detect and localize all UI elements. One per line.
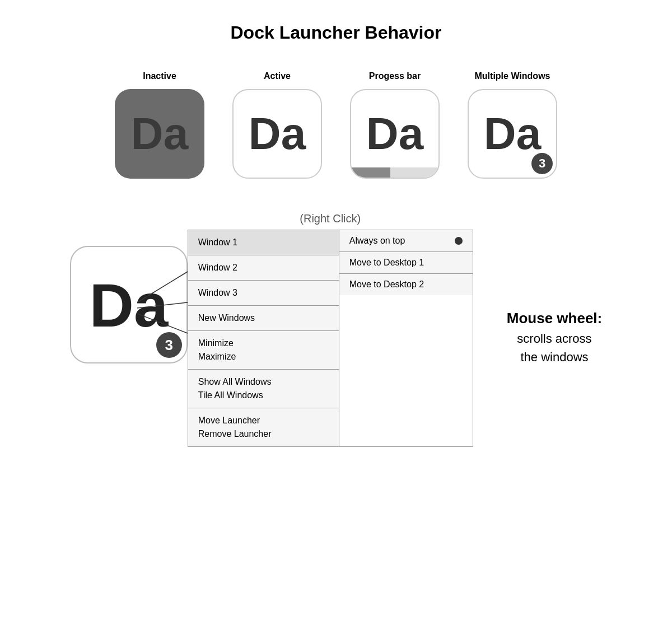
menu-item-window2[interactable]: Window 2: [188, 255, 339, 281]
badge-multiple: 3: [531, 153, 553, 174]
menu-item-minimize-maximize[interactable]: Minimize Maximize: [188, 331, 339, 370]
launcher-icon-active: Da: [232, 89, 322, 179]
center-column: (Right Click) Window 1 Window 2 Window 3…: [188, 212, 473, 447]
svg-line-1: [137, 302, 188, 308]
da-text-progress: Da: [366, 111, 423, 156]
launcher-icon-multiple: Da 3: [468, 89, 557, 179]
launcher-states-row: Inactive Da Active Da Progess bar Da Mul…: [115, 71, 557, 179]
state-label-progress: Progess bar: [369, 71, 421, 81]
menu-item-desktop1[interactable]: Move to Desktop 1: [339, 252, 473, 274]
da-text-inactive: Da: [131, 111, 188, 156]
svg-line-2: [137, 314, 188, 333]
menu-item-window3[interactable]: Window 3: [188, 281, 339, 306]
state-label-multiple: Multiple Windows: [475, 71, 550, 81]
launcher-state-inactive: Inactive Da: [115, 71, 204, 179]
da-text-multiple: Da: [484, 111, 541, 156]
progress-bar-fill: [351, 167, 390, 178]
menu-item-move-remove[interactable]: Move Launcher Remove Launcher: [188, 408, 339, 446]
context-menu-left: Window 1 Window 2 Window 3 New Windows M…: [188, 230, 339, 447]
page-title: Dock Launcher Behavior: [231, 22, 442, 43]
launcher-state-active: Active Da: [232, 71, 322, 179]
mouse-wheel-info: Mouse wheel: scrolls across the windows: [507, 307, 602, 366]
progress-bar-area: [351, 167, 438, 178]
always-on-top-dot: [455, 237, 463, 245]
state-label-inactive: Inactive: [143, 71, 176, 81]
launcher-icon-progress: Da: [350, 89, 440, 179]
launcher-state-multiple: Multiple Windows Da 3: [468, 71, 557, 179]
menu-item-show-tile[interactable]: Show All Windows Tile All Windows: [188, 370, 339, 408]
context-menu-right: Always on top Move to Desktop 1 Move to …: [339, 230, 473, 447]
right-click-label: (Right Click): [300, 212, 361, 225]
launcher-icon-inactive: Da: [115, 89, 204, 179]
menu-item-window1[interactable]: Window 1: [188, 230, 339, 255]
launcher-state-progress: Progess bar Da: [350, 71, 440, 179]
menu-item-always-on-top[interactable]: Always on top: [339, 230, 473, 252]
svg-line-0: [137, 272, 188, 302]
state-label-active: Active: [264, 71, 291, 81]
right-column: Mouse wheel: scrolls across the windows: [496, 291, 602, 366]
mouse-wheel-rest: scrolls across the windows: [507, 329, 602, 366]
menu-item-desktop2[interactable]: Move to Desktop 2: [339, 274, 473, 295]
bottom-section: Da 3 (Right Click) Window 1 Window 2 Win…: [11, 212, 661, 447]
menu-item-new-windows[interactable]: New Windows: [188, 306, 339, 331]
mouse-wheel-bold: Mouse wheel:: [507, 307, 602, 329]
connector-lines: [137, 246, 188, 482]
da-text-active: Da: [249, 111, 306, 156]
